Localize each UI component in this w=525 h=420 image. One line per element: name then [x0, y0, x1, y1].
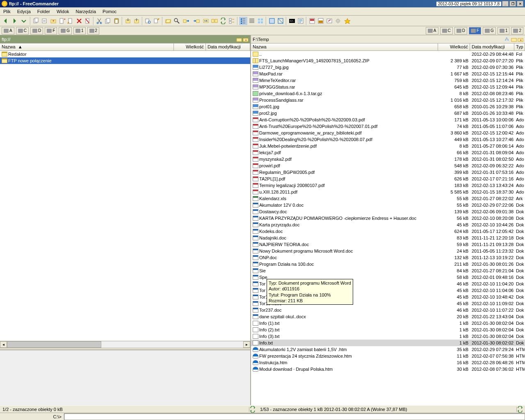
list-item[interactable]: dane szpitali okul..docx20 kB2012-01-22 …	[251, 313, 525, 320]
copy-names-button[interactable]	[32, 17, 40, 25]
list-item[interactable]: private_download-6.x-1.3.tar.gz8 kB2012-…	[251, 90, 525, 97]
refresh-right-icon[interactable]	[517, 406, 523, 413]
list-item[interactable]: Terminy legalizacji 20080107.pdf183 kB20…	[251, 182, 525, 189]
list-item[interactable]: prot01.jpg658 kB2010-01-26 10:29:38Plik	[251, 103, 525, 110]
split-button[interactable]	[317, 17, 325, 25]
dos-button[interactable]: C:\	[288, 17, 296, 25]
list-item[interactable]: Info (2).txt1 kB2012-01-30 08:02:04Dok	[251, 326, 525, 333]
col-size[interactable]: Wielkość	[438, 43, 470, 50]
list-item[interactable]: Akumulatorki 1,2V zamiast baterii 1,5V .…	[251, 346, 525, 353]
close-button[interactable]: ✕	[517, 1, 523, 7]
delete-button[interactable]	[75, 17, 83, 25]
drive-c[interactable]: C	[440, 27, 453, 34]
history-button[interactable]	[19, 17, 29, 25]
select-all-button[interactable]	[268, 17, 276, 25]
left-scrollbar-x[interactable]: ◄ ►	[0, 341, 250, 348]
scroll-thumb[interactable]	[7, 341, 101, 348]
drive-f[interactable]: F	[45, 27, 57, 34]
col-name[interactable]: Nazwa ▲	[0, 43, 174, 50]
list-item[interactable]: myszynska2.pdf178 kB2012-01-31 08:02:50A…	[251, 156, 525, 162]
list-item[interactable]: Nowy Dokument programu Microsoft Word.do…	[251, 248, 525, 254]
menu-widok[interactable]: Widok	[53, 8, 73, 15]
multi-rename-button[interactable]	[228, 17, 236, 25]
right-pathbar[interactable]: F:\Temp ★	[251, 35, 525, 43]
drive-g[interactable]: G	[483, 27, 496, 34]
list-item[interactable]: FTP nowe połączenie	[0, 57, 250, 64]
list-item[interactable]: MimeTeXeditor.rar759 kB2012-02-15 12:14:…	[251, 77, 525, 84]
list-item[interactable]: Program Działa na 100.doc211 kB2012-01-3…	[251, 261, 525, 267]
move-to-button[interactable]	[192, 17, 201, 25]
list-item[interactable]: Kodeks.doc624 kB2011-05-17 12:05:42Dok	[251, 228, 525, 235]
list-item[interactable]: Sie84 kB2012-01-27 08:21:04Dok	[251, 267, 525, 274]
drive-n2[interactable]: 2	[511, 27, 523, 34]
forward-button[interactable]	[10, 17, 18, 25]
list-item[interactable]: Nadajniki.doc83 kB2011-11-21 12:20:18Dok	[251, 235, 525, 241]
left-list[interactable]: RedaktorFTP nowe połączenie	[0, 51, 250, 341]
drive-f[interactable]: F	[469, 27, 481, 34]
search-button[interactable]	[173, 17, 181, 25]
col-size[interactable]: Wielkość	[174, 43, 206, 50]
list-item[interactable]: MaxPad.rar1 667 kB2012-02-15 12:15:44Pli…	[251, 71, 525, 77]
pack-button[interactable]	[124, 17, 132, 25]
favorite-icon[interactable]: ★	[518, 37, 523, 42]
folder-icon[interactable]	[511, 37, 517, 42]
tree-icon[interactable]	[504, 37, 510, 42]
scroll-right-button[interactable]: ►	[243, 341, 250, 348]
list-item[interactable]: Info (1).txt1 kB2012-01-30 08:02:04Dok	[251, 320, 525, 326]
menu-edycja[interactable]: Edycja	[14, 8, 34, 15]
compare-button[interactable]	[210, 17, 219, 25]
wipe-button[interactable]	[84, 17, 92, 25]
paste-button[interactable]	[112, 17, 121, 25]
drive-d[interactable]: D	[30, 27, 43, 34]
list-item[interactable]: ONP.doc132 kB2011-12-13 10:19:22Dok	[251, 254, 525, 261]
open-button[interactable]	[164, 17, 172, 25]
unpack-button[interactable]	[132, 17, 141, 25]
list-item[interactable]: Kalendarz.xls55 kB2012-01-27 08:22:02Ark	[251, 195, 525, 202]
list-item[interactable]: Moduł download · Drupal Polska.htm30 kB2…	[251, 366, 525, 372]
list-item[interactable]: NAJPIERW TEORIA.doc59 kB2011-11-21 09:13…	[251, 241, 525, 248]
left-pathbar[interactable]: ftp:// ★	[0, 35, 250, 43]
list-item[interactable]: Karta przyrządu.doc45 kB2012-02-10 10:44…	[251, 221, 525, 228]
list-item[interactable]: Info (3).txt1 kB2012-01-30 08:02:04Dok	[251, 333, 525, 340]
settings-button[interactable]	[334, 17, 342, 25]
rename-button[interactable]	[66, 17, 75, 25]
list-item[interactable]: Darmowe_oprogramowanie_w_pracy_bibliotek…	[251, 130, 525, 136]
list-item[interactable]: Akumulator 12V 0.doc55 kB2012-02-29 07:2…	[251, 202, 525, 208]
favorite-icon[interactable]: ★	[243, 37, 249, 42]
copy-button[interactable]	[104, 17, 112, 25]
list-item[interactable]: TA2PL[1].pdf626 kB2012-02-17 07:21:16Ado	[251, 176, 525, 182]
back-button[interactable]	[2, 17, 10, 25]
properties-button[interactable]	[297, 17, 305, 25]
list-item[interactable]: MP3GGStatus.rar645 kB2012-02-15 12:09:44…	[251, 84, 525, 90]
menu-plik[interactable]: Plik	[0, 8, 14, 15]
list-item[interactable]: FTS_LaunchManagerV149_1492007815_1016052…	[251, 57, 525, 64]
refresh-left-icon[interactable]	[249, 406, 256, 413]
sync-button[interactable]	[219, 17, 227, 25]
list-item[interactable]: Tor237.doc46 kB2012-02-10 11:07:22Dok	[251, 307, 525, 313]
cut-button[interactable]	[95, 17, 103, 25]
drive-n2[interactable]: 2	[87, 27, 100, 34]
col-date[interactable]: Data modyfikacji	[206, 43, 250, 50]
right-list[interactable]: ..2012-02-29 08:44:48FolFTS_LaunchManage…	[251, 51, 525, 405]
list-item[interactable]: ..2012-02-29 08:44:48Fol	[251, 51, 525, 57]
copy-to-button[interactable]	[181, 17, 191, 25]
list-item[interactable]: Info.txt1 kB2012-01-30 08:02:02Dok	[251, 340, 525, 346]
drive-a[interactable]: A	[426, 27, 438, 34]
invert-button[interactable]	[276, 17, 285, 25]
list-item[interactable]: Redaktor	[0, 51, 250, 57]
scroll-left-button[interactable]: ◄	[0, 341, 7, 348]
col-type[interactable]: Typ	[514, 43, 525, 50]
col-date[interactable]: Data modyfikacji	[470, 43, 514, 50]
copy-path-button[interactable]	[41, 17, 49, 25]
menu-folder[interactable]: Folder	[34, 8, 53, 15]
drive-c[interactable]: C	[16, 27, 29, 34]
restore-button[interactable]: ❐	[509, 1, 516, 7]
list-item[interactable]: Regulamin_BGPW2005.pdf399 kB2012-01-31 0…	[251, 169, 525, 176]
drive-a[interactable]: A	[2, 27, 14, 34]
list-item[interactable]: prowirl.pdf548 kB2012-02-09 06:32:22Ado	[251, 162, 525, 169]
list-item[interactable]: Anti-Trust%20Europe%20-%20Polish%20-%202…	[251, 123, 525, 130]
list-item[interactable]: Instrukcja.htm16 kB2012-02-28 06:48:26HT…	[251, 359, 525, 366]
edit-button[interactable]	[153, 17, 161, 25]
drive-n1[interactable]: 1	[498, 27, 510, 34]
list-item[interactable]: Dostawcy.doc139 kB2012-02-06 09:01:38Dok	[251, 208, 525, 215]
